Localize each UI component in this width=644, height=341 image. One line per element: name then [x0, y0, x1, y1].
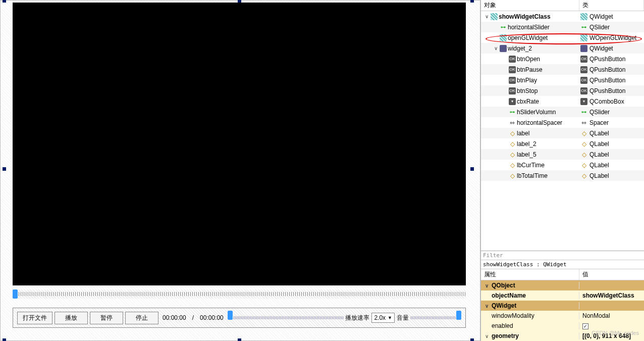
- class-name: QLabel: [589, 162, 609, 169]
- object-name: label_2: [517, 140, 536, 148]
- object-name: btnPause: [517, 66, 543, 73]
- header-object[interactable]: 对象: [481, 0, 579, 11]
- object-name: openGLWidget: [508, 34, 548, 41]
- tree-row[interactable]: OKbtnOpenOKQPushButton: [481, 54, 644, 64]
- property-value: [(0, 0), 911 x 648]: [582, 332, 631, 339]
- property-editor: Filter showWidgetClass : QWidget 属性 值 ∨Q…: [481, 251, 644, 341]
- class-name: QPushButton: [589, 66, 625, 73]
- class-name: QPushButton: [589, 56, 625, 63]
- class-name: QLabel: [589, 130, 609, 137]
- resize-handle[interactable]: [470, 338, 474, 341]
- tree-row[interactable]: openGLWidgetWOpenGLWidget: [481, 32, 644, 43]
- class-indicator: showWidgetClass : QWidget: [481, 260, 644, 269]
- horizontal-slider[interactable]: [13, 289, 466, 299]
- slider-thumb[interactable]: [456, 311, 461, 320]
- open-button[interactable]: 打开文件: [17, 312, 52, 324]
- slider-thumb[interactable]: [228, 311, 233, 320]
- progress-slider[interactable]: [228, 313, 344, 322]
- checkbox-icon[interactable]: ✓: [582, 323, 588, 329]
- property-value: showWidgetClass: [582, 292, 634, 299]
- object-name: btnOpen: [517, 56, 540, 63]
- object-name: btnPlay: [517, 77, 537, 84]
- volume-slider[interactable]: [411, 313, 461, 322]
- property-row[interactable]: windowModalityNonModal: [481, 311, 644, 321]
- object-name: showWidgetClass: [499, 13, 551, 20]
- class-name: QComboBox: [589, 98, 624, 105]
- property-name: QObject: [492, 282, 515, 289]
- header-property[interactable]: 属性: [481, 269, 579, 280]
- object-name: lbTotalTime: [517, 172, 548, 179]
- rate-combobox[interactable]: 2.0x ▼: [371, 313, 395, 323]
- property-name: enabled: [492, 322, 513, 329]
- class-name: QWidget: [589, 45, 613, 52]
- tree-row[interactable]: ⊶hSliderVolumn⊶QSlider: [481, 107, 644, 117]
- object-name: lbCurTime: [517, 162, 545, 169]
- tree-row[interactable]: OKbtnStopOKQPushButton: [481, 85, 644, 96]
- time-separator: /: [192, 314, 194, 321]
- property-name: QWidget: [492, 302, 516, 309]
- stop-button[interactable]: 停止: [125, 312, 158, 324]
- property-row[interactable]: ∨QObject: [481, 280, 644, 290]
- property-row[interactable]: ∨QWidget: [481, 301, 644, 311]
- tree-row[interactable]: ▾cbxRate▾QComboBox: [481, 96, 644, 107]
- object-inspector: 对象 类 ∨showWidgetClassQWidget⊶horizontalS…: [481, 0, 644, 251]
- resize-handle[interactable]: [3, 338, 6, 341]
- class-name: QLabel: [589, 172, 609, 179]
- opengl-widget[interactable]: [13, 3, 466, 285]
- property-value: NonModal: [582, 312, 610, 319]
- property-row[interactable]: ∨geometry[(0, 0), 911 x 648]: [481, 331, 644, 341]
- expand-icon[interactable]: ∨: [484, 303, 490, 309]
- tree-row[interactable]: ⇔horizontalSpacer⇔Spacer: [481, 117, 644, 128]
- tree-row[interactable]: ◇label_2◇QLabel: [481, 138, 644, 149]
- class-name: QSlider: [589, 24, 610, 31]
- play-button[interactable]: 播放: [55, 312, 88, 324]
- object-name: widget_2: [508, 45, 532, 52]
- tree-row[interactable]: ◇label◇QLabel: [481, 128, 644, 138]
- tree-row[interactable]: ◇label_5◇QLabel: [481, 149, 644, 160]
- controls-widget: 打开文件 播放 暂停 停止 00:00:00 / 00:00:00 播放速率 2…: [13, 308, 466, 328]
- property-filter[interactable]: Filter: [481, 251, 644, 260]
- expand-icon[interactable]: ∨: [484, 283, 490, 288]
- pause-button[interactable]: 暂停: [90, 312, 123, 324]
- slider-thumb[interactable]: [13, 289, 18, 299]
- tree-row[interactable]: ∨showWidgetClassQWidget: [481, 11, 644, 22]
- tree-row[interactable]: ◇lbTotalTime◇QLabel: [481, 170, 644, 181]
- expand-icon[interactable]: ∨: [493, 45, 499, 51]
- class-name: QLabel: [589, 151, 609, 158]
- header-class[interactable]: 类: [579, 0, 644, 11]
- property-name: geometry: [492, 332, 519, 339]
- expand-icon[interactable]: ∨: [484, 14, 490, 19]
- property-row[interactable]: enabled✓: [481, 321, 644, 331]
- form-designer-canvas[interactable]: 打开文件 播放 暂停 停止 00:00:00 / 00:00:00 播放速率 2…: [0, 0, 480, 341]
- property-name: objectName: [492, 292, 526, 299]
- tree-row[interactable]: ∨widget_2QWidget: [481, 43, 644, 54]
- object-name: horizontalSlider: [508, 24, 550, 31]
- tree-row[interactable]: OKbtnPauseOKQPushButton: [481, 64, 644, 75]
- tree-header: 对象 类: [481, 0, 644, 11]
- class-name: QLabel: [589, 140, 609, 148]
- header-value[interactable]: 值: [579, 269, 644, 280]
- object-name: hSliderVolumn: [517, 109, 556, 116]
- resize-handle[interactable]: [3, 0, 6, 3]
- tree-row[interactable]: ⊶horizontalSlider⊶QSlider: [481, 22, 644, 32]
- resize-handle[interactable]: [470, 167, 474, 171]
- property-name: windowModality: [492, 312, 534, 319]
- property-row[interactable]: objectNameshowWidgetClass: [481, 290, 644, 301]
- object-name: label_5: [517, 151, 536, 158]
- expand-icon[interactable]: ∨: [484, 333, 490, 339]
- tree-row[interactable]: ◇lbCurTime◇QLabel: [481, 160, 644, 170]
- chevron-down-icon: ▼: [388, 315, 392, 320]
- object-name: btnStop: [517, 87, 538, 94]
- object-name: horizontalSpacer: [517, 119, 562, 126]
- resize-handle[interactable]: [3, 167, 6, 171]
- object-name: cbxRate: [517, 98, 539, 105]
- tree-row[interactable]: OKbtnPlayOKQPushButton: [481, 75, 644, 85]
- total-time-label: 00:00:00: [200, 314, 224, 321]
- resize-handle[interactable]: [470, 0, 474, 3]
- class-name: QWidget: [589, 13, 613, 20]
- class-name: Spacer: [589, 119, 609, 126]
- volume-label: 音量: [397, 314, 409, 322]
- resize-handle[interactable]: [238, 338, 241, 341]
- class-name: QSlider: [589, 109, 610, 116]
- rate-label: 播放速率: [345, 314, 369, 322]
